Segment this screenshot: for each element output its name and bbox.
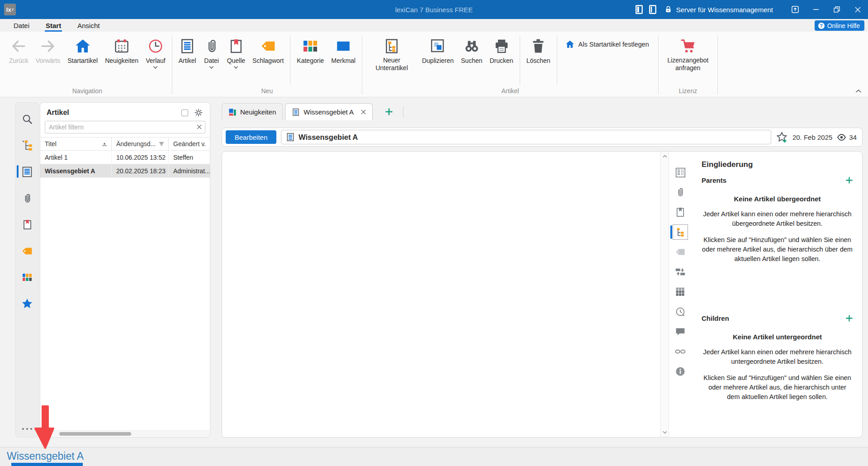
add-tab-button[interactable] [382,103,396,120]
article-title-field[interactable]: Wissensgebiet A [281,130,771,144]
tab-neuigkeiten[interactable]: Neuigkeiten [222,103,283,120]
menu-ansicht[interactable]: Ansicht [75,19,102,32]
new-file-button[interactable]: Datei [200,34,223,71]
set-start-article-button[interactable]: Als Startartikel festlegen [560,34,655,49]
start-article-button[interactable]: Startartikel [64,34,101,66]
sidebar-favorites[interactable] [16,298,38,309]
statusbar-active-indicator [11,463,83,466]
tab-wissensgebiet-a[interactable]: Wissensgebiet A [285,103,373,120]
online-help-button[interactable]: ? Online Hilfe [815,20,864,31]
strip-article-info[interactable] [669,162,692,182]
menubar: Datei Start Ansicht ? Online Hilfe [0,19,868,32]
group-label-lizenz: Lizenz [661,86,715,96]
clear-filter-icon[interactable] [197,124,202,129]
app-window-icon[interactable] [785,0,806,19]
new-article-button[interactable]: Artikel [175,34,200,66]
ribbon-collapse-icon[interactable] [855,89,862,93]
select-checkbox[interactable] [181,109,188,116]
sidebar-articles[interactable] [16,166,38,178]
panel-toggle-right-icon[interactable] [649,5,656,14]
chevron-down-icon[interactable] [233,66,238,70]
chevron-down-icon[interactable] [153,66,158,70]
strip-sources[interactable] [669,202,692,222]
ribbon-group-lizenz: Lizenzangebot anfragen Lizenz [661,34,715,96]
strip-categories[interactable] [669,282,692,302]
ribbon-separator [362,36,362,95]
delete-button[interactable]: Löschen [523,34,554,66]
chevron-down-icon[interactable] [209,66,214,70]
strip-links[interactable] [669,342,692,361]
article-filter-input[interactable] [45,121,205,133]
home-icon [565,40,574,49]
table-row-selected[interactable]: Wissensgebiet A 20.02.2025 18:23 Adminis… [40,164,210,178]
bookmark-icon [228,36,244,57]
close-icon[interactable] [847,0,868,19]
forward-button[interactable]: Vorwärts [32,34,64,66]
history-button[interactable]: Verlauf [142,34,169,71]
column-header-titel[interactable]: Titel [40,138,112,150]
ribbon-group-artikel: Neuer Unterartikel Duplizieren Suchen Dr… [365,34,655,96]
column-header-aenderungsdatum[interactable]: Änderungsd... [112,138,169,150]
strip-comments[interactable] [669,322,692,342]
editor-canvas[interactable] [222,152,660,437]
link-icon [675,346,686,357]
sidebar-keywords[interactable] [16,245,38,257]
sidebar-search[interactable] [16,114,38,125]
menu-start[interactable]: Start [43,19,64,32]
scrollbar-thumb[interactable] [59,432,131,436]
add-parent-icon[interactable] [845,176,853,184]
attribute-icon [335,36,351,57]
main-area: Neuigkeiten Wissensgebiet A Bearbeiten W… [222,102,863,437]
search-button[interactable]: Suchen [457,34,486,66]
statusbar: Wissensgebiet A [0,447,868,466]
print-button[interactable]: Drucken [486,34,517,66]
category-button[interactable]: Kategorie [293,34,327,66]
edit-button[interactable]: Bearbeiten [226,130,276,144]
strip-history[interactable] [669,302,692,322]
statusbar-article-link[interactable]: Wissensgebiet A [7,450,84,462]
minimize-icon[interactable] [806,0,826,19]
article-toolbar: Bearbeiten Wissensgebiet A 20. Feb 2025 … [222,128,863,147]
news-button[interactable]: Neuigkeiten [101,34,142,66]
vertical-scrollbar[interactable] [660,152,669,437]
strip-transfer[interactable] [669,262,692,282]
new-keyword-button[interactable]: Schlagwort [249,34,287,66]
sidebar-more-icon[interactable] [22,428,32,430]
attribute-button[interactable]: Merkmal [327,34,359,66]
strip-keywords[interactable] [669,242,692,262]
scroll-up-icon[interactable] [663,155,667,158]
close-tab-icon[interactable] [361,109,366,114]
sidebar-tree[interactable] [16,140,38,151]
new-subarticle-button[interactable]: Neuer Unterartikel [365,34,418,73]
paperclip-icon [204,36,220,57]
news-mosaic-icon [228,108,237,116]
add-child-icon[interactable] [845,314,853,322]
maximize-icon[interactable] [826,0,847,19]
panel-toggle-left-icon[interactable] [636,5,643,14]
license-offer-button[interactable]: Lizenzangebot anfragen [661,34,715,73]
sidebar-sources[interactable] [16,219,38,230]
parents-label: Parents [702,176,726,184]
new-source-button[interactable]: Quelle [223,34,249,71]
category-grid-icon [22,272,33,283]
back-button[interactable]: Zurück [5,34,32,66]
view-count: 34 [849,133,857,141]
strip-hierarchy[interactable] [669,222,692,242]
filter-icon[interactable] [158,141,165,147]
strip-files[interactable] [669,182,692,202]
duplicate-button[interactable]: Duplizieren [418,34,457,66]
favorite-star-icon[interactable] [776,131,788,143]
sidebar-files[interactable] [16,193,38,204]
table-row[interactable]: Artikel 1 10.06.2025 13:52 Steffen [40,151,210,164]
sort-icon[interactable] [101,141,108,147]
scroll-down-icon[interactable] [663,431,667,434]
parents-empty-title: Keine Artikel übergeordnet [702,195,853,203]
panel-title: Artikel [47,109,69,117]
strip-info[interactable] [669,361,692,381]
menu-datei[interactable]: Datei [11,19,32,32]
titlebar: lx7 lexiCan 7 Business FREE Server für W… [0,0,868,19]
gear-icon[interactable] [194,109,203,117]
horizontal-scrollbar[interactable] [41,430,209,437]
column-header-geaendert-von[interactable]: Geändert v. [169,138,210,150]
sidebar-categories[interactable] [16,272,38,283]
